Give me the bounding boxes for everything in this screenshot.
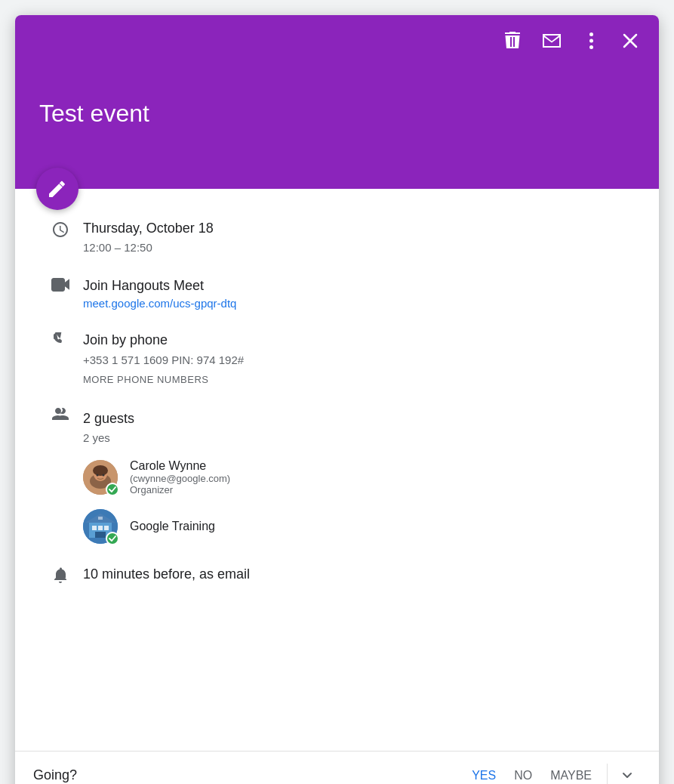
svg-rect-14 bbox=[95, 532, 106, 538]
more-phone-numbers[interactable]: MORE PHONE NUMBERS bbox=[83, 374, 636, 385]
reminder-text: 10 minutes before, as email bbox=[83, 565, 636, 584]
rsvp-actions: YES NO MAYBE bbox=[463, 762, 641, 785]
phone-icon bbox=[38, 331, 83, 349]
reminder-row: 10 minutes before, as email bbox=[38, 565, 636, 585]
event-date: Thursday, October 18 bbox=[83, 219, 636, 238]
hangouts-link[interactable]: meet.google.com/ucs-gpqr-dtq bbox=[83, 297, 636, 310]
date-time-content: Thursday, October 18 12:00 – 12:50 bbox=[83, 219, 636, 255]
svg-point-0 bbox=[589, 32, 593, 36]
svg-rect-12 bbox=[98, 526, 103, 530]
reminder-content: 10 minutes before, as email bbox=[83, 565, 636, 584]
guest-avatar-wrap bbox=[83, 509, 118, 544]
phone-title: Join by phone bbox=[83, 331, 636, 350]
svg-point-6 bbox=[93, 465, 108, 476]
guest-item: Carole Wynne (cwynne@google.com) Organiz… bbox=[83, 459, 636, 495]
phone-number: +353 1 571 1609 PIN: 974 192# bbox=[83, 352, 636, 368]
event-time: 12:00 – 12:50 bbox=[83, 239, 636, 255]
going-label: Going? bbox=[33, 767, 77, 783]
guests-yes: 2 yes bbox=[83, 430, 636, 446]
rsvp-accepted-badge bbox=[106, 483, 119, 496]
close-button[interactable] bbox=[617, 27, 644, 54]
event-header: Test event bbox=[15, 15, 659, 189]
rsvp-divider bbox=[607, 764, 608, 785]
edit-button[interactable] bbox=[36, 168, 78, 210]
event-title: Test event bbox=[30, 100, 644, 128]
delete-button[interactable] bbox=[499, 27, 526, 54]
guest-info: Carole Wynne (cwynne@google.com) Organiz… bbox=[130, 459, 636, 495]
svg-point-2 bbox=[589, 45, 593, 49]
svg-point-1 bbox=[589, 39, 593, 43]
svg-point-8 bbox=[103, 474, 105, 476]
rsvp-accepted-badge bbox=[106, 532, 119, 545]
event-detail-card: Test event Thursday, October 18 12:00 – … bbox=[15, 15, 659, 784]
phone-row: Join by phone +353 1 571 1609 PIN: 974 1… bbox=[38, 331, 636, 384]
expand-rsvp-button[interactable] bbox=[614, 762, 641, 785]
video-icon bbox=[38, 276, 83, 292]
yes-button[interactable]: YES bbox=[463, 763, 505, 785]
svg-rect-11 bbox=[92, 526, 97, 530]
clock-icon bbox=[38, 219, 83, 239]
guest-name: Carole Wynne bbox=[130, 459, 636, 473]
guest-item: Google Training bbox=[83, 509, 636, 544]
svg-rect-16 bbox=[98, 517, 103, 520]
guests-icon bbox=[38, 406, 83, 423]
more-options-button[interactable] bbox=[577, 27, 605, 54]
guest-name: Google Training bbox=[130, 520, 636, 533]
svg-rect-13 bbox=[104, 526, 109, 530]
guest-email: (cwynne@google.com) bbox=[130, 473, 636, 484]
phone-content: Join by phone +353 1 571 1609 PIN: 974 1… bbox=[83, 331, 636, 384]
maybe-button[interactable]: MAYBE bbox=[541, 763, 601, 785]
date-time-row: Thursday, October 18 12:00 – 12:50 bbox=[38, 219, 636, 255]
rsvp-footer: Going? YES NO MAYBE bbox=[15, 751, 659, 784]
no-button[interactable]: NO bbox=[505, 763, 541, 785]
bell-icon bbox=[38, 565, 83, 585]
header-actions bbox=[30, 27, 644, 54]
hangouts-title: Join Hangouts Meet bbox=[83, 276, 636, 295]
guest-info: Google Training bbox=[130, 520, 636, 533]
hangouts-row: Join Hangouts Meet meet.google.com/ucs-g… bbox=[38, 276, 636, 310]
hangouts-content: Join Hangouts Meet meet.google.com/ucs-g… bbox=[83, 276, 636, 310]
event-body: Thursday, October 18 12:00 – 12:50 Join … bbox=[15, 204, 659, 751]
guests-content: 2 guests 2 yes bbox=[83, 409, 636, 544]
guest-avatar-wrap bbox=[83, 460, 118, 495]
guest-role: Organizer bbox=[130, 484, 636, 495]
guests-count: 2 guests bbox=[83, 409, 636, 428]
guests-row: 2 guests 2 yes bbox=[38, 406, 636, 544]
email-button[interactable] bbox=[538, 27, 565, 54]
svg-point-7 bbox=[97, 474, 99, 476]
